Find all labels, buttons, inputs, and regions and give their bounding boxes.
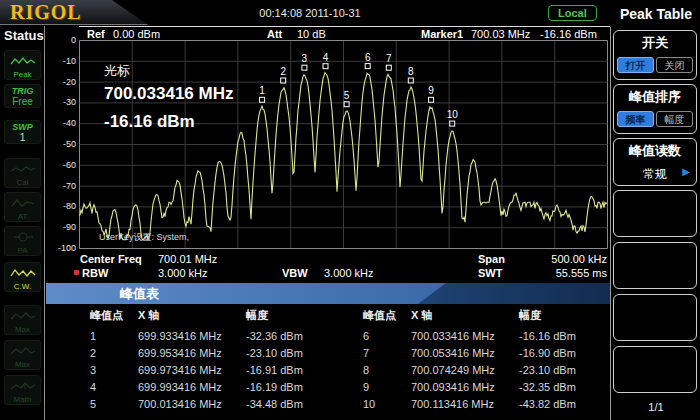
y-tick-label: -20: [46, 77, 76, 87]
peak-marker-square: [302, 65, 307, 70]
softkey-peak-readout[interactable]: 峰值读数 常规 ▶: [613, 138, 697, 186]
peak-table-cell: 2: [90, 347, 138, 359]
cw-indicator: C.W.: [4, 262, 41, 292]
waveform-icon: [10, 311, 36, 321]
peak-marker-number: 7: [386, 53, 392, 64]
marker-label: Marker1: [421, 28, 463, 40]
rbw-active-dot: [74, 270, 79, 275]
peak-marker-number: 10: [447, 109, 459, 120]
att-label: Att: [267, 28, 282, 40]
peak-marker-square: [365, 64, 370, 69]
peak-table-cell: 8: [363, 364, 411, 376]
clock: 00:14:08 2011-10-31: [220, 7, 400, 19]
spectrum-plot: 12345678910: [79, 40, 608, 249]
y-tick-label: -40: [46, 118, 76, 128]
peak-table-cell: -23.10 dBm: [519, 364, 617, 376]
softkey-switch[interactable]: 开关 打开 关闭: [613, 30, 697, 80]
rbw-label: RBW: [82, 267, 108, 279]
sort-frequency-option[interactable]: 频率: [617, 111, 654, 127]
status-title: Status: [4, 28, 44, 43]
peak-table-cell: 700.013416 MHz: [138, 398, 246, 410]
span-value: 500.00 kHz: [517, 253, 607, 265]
ref-value: 0.00 dBm: [113, 28, 160, 40]
peak-marker-square: [386, 65, 391, 70]
peak-table-cell: -16.91 dBm: [246, 364, 344, 376]
peak-table-cell: 699.953416 MHz: [138, 347, 246, 359]
switch-off-option[interactable]: 关闭: [656, 57, 693, 73]
cursor-annotation-title: 光标: [104, 62, 130, 80]
left-divider: [44, 26, 45, 420]
cursor-annotation-ampl: -16.16 dBm: [104, 112, 195, 132]
y-tick-label: -10: [46, 56, 76, 66]
ref-label: Ref: [87, 28, 105, 40]
peak-table-title: 峰值表: [120, 285, 159, 303]
y-tick-label: -60: [46, 160, 76, 170]
marker-freq: 700.03 MHz: [471, 28, 530, 40]
peak-table-cell: 699.993416 MHz: [138, 381, 246, 393]
waveform-icon: [10, 164, 36, 174]
peak-marker-square: [323, 64, 328, 69]
trace-max2-indicator: Max: [4, 340, 41, 370]
peak-table-column-header: X 轴: [138, 308, 246, 329]
sweep-indicator: SWP 1: [4, 120, 41, 144]
softkey-empty-1[interactable]: [613, 190, 697, 237]
center-freq-label: Center Freq: [80, 253, 142, 265]
panel-divider: [610, 27, 611, 420]
peak-table-column-header: 峰值点: [90, 308, 138, 329]
rigol-logo: RIGOL: [10, 1, 82, 24]
peak-marker-number: 4: [323, 52, 329, 63]
peak-table-cell: 700.113416 MHz: [411, 398, 519, 410]
trigger-indicator: TRIG Free: [4, 84, 41, 108]
vbw-value: 3.000 kHz: [324, 267, 374, 279]
y-tick-label: -80: [46, 201, 76, 211]
peak-table-cell: 6: [363, 330, 411, 342]
cal-indicator: Cal: [4, 158, 41, 188]
switch-on-option[interactable]: 打开: [617, 57, 654, 73]
peak-marker-number: 5: [344, 90, 350, 101]
peak-table-right-group: 峰值点X 轴幅度6700.033416 MHz-16.16 dBm7700.05…: [363, 310, 617, 412]
peak-table-cell: -43.82 dBm: [519, 398, 617, 410]
waveform-icon: [10, 381, 36, 391]
sort-amplitude-option[interactable]: 幅度: [656, 111, 693, 127]
y-tick-label: -30: [46, 97, 76, 107]
peak-table-cell: 700.074249 MHz: [411, 364, 519, 376]
trace-max-indicator: Max: [4, 305, 41, 335]
peak-table-cell: 699.973416 MHz: [138, 364, 246, 376]
waveform-icon: [10, 346, 36, 356]
peak-table-column-header: 幅度: [519, 308, 617, 329]
peak-table-cell: -16.16 dBm: [519, 330, 617, 342]
softkey-empty-4[interactable]: [613, 346, 697, 393]
peak-marker-number: 8: [408, 66, 414, 77]
detector-peak-indicator: Peak: [4, 50, 41, 80]
peak-table-cell: 1: [90, 330, 138, 342]
softkey-empty-3[interactable]: [613, 294, 697, 341]
swt-label: SWT: [478, 267, 502, 279]
peak-table-cell: 9: [363, 381, 411, 393]
peak-table-cell: 7: [363, 347, 411, 359]
softkey-empty-2[interactable]: [613, 242, 697, 289]
trace-math-indicator: Math: [4, 375, 41, 405]
peak-table-cell: 700.033416 MHz: [411, 330, 519, 342]
peak-table-cell: 10: [363, 398, 411, 410]
y-tick-label: 0: [46, 35, 76, 45]
peak-marker-number: 9: [428, 85, 434, 96]
waveform-icon: [10, 198, 36, 208]
vbw-label: VBW: [282, 267, 308, 279]
peak-table-cell: 4: [90, 381, 138, 393]
span-label: Span: [478, 253, 505, 265]
peak-table-cell: -16.90 dBm: [519, 347, 617, 359]
softkey-peak-sort[interactable]: 峰值排序 频率 幅度: [613, 84, 697, 134]
attenuation-indicator: AT: [4, 192, 41, 222]
waveform-icon: [10, 268, 36, 278]
peak-table-left-group: 峰值点X 轴幅度1699.933416 MHz-32.36 dBm2699.95…: [90, 310, 344, 412]
peak-table-cell: -32.36 dBm: [246, 330, 344, 342]
softkey-menu-title: Peak Table: [612, 6, 700, 22]
peak-table-cell: 700.053416 MHz: [411, 347, 519, 359]
preamp-indicator: PA: [4, 226, 41, 256]
peak-table-cell: 699.933416 MHz: [138, 330, 246, 342]
peak-table-header-bar-highlight: [46, 283, 446, 304]
peak-marker-number: 2: [280, 66, 286, 77]
menu-page-indicator: 1/1: [612, 401, 700, 413]
cursor-annotation-freq: 700.033416 MHz: [104, 84, 233, 104]
userkey-overlay-text: UserKey设置: System,: [99, 231, 189, 244]
